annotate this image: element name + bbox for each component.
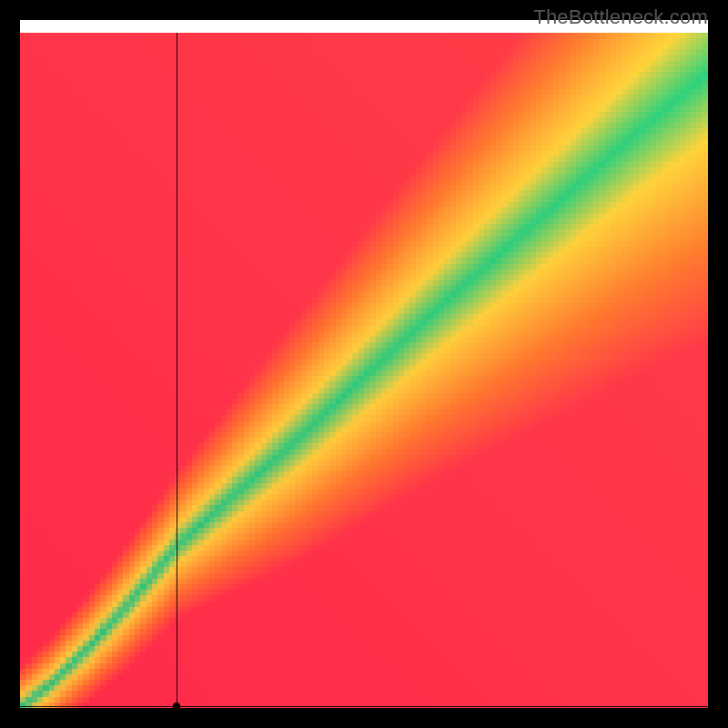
heatmap-canvas [20, 33, 708, 708]
crosshair-point-icon [173, 703, 180, 708]
plot-area [20, 33, 708, 708]
crosshair-vertical-line [177, 33, 177, 708]
crosshair-horizontal-line [20, 706, 708, 707]
chart-container: TheBottleneck.com [0, 0, 728, 728]
watermark-text: TheBottleneck.com [533, 5, 708, 29]
